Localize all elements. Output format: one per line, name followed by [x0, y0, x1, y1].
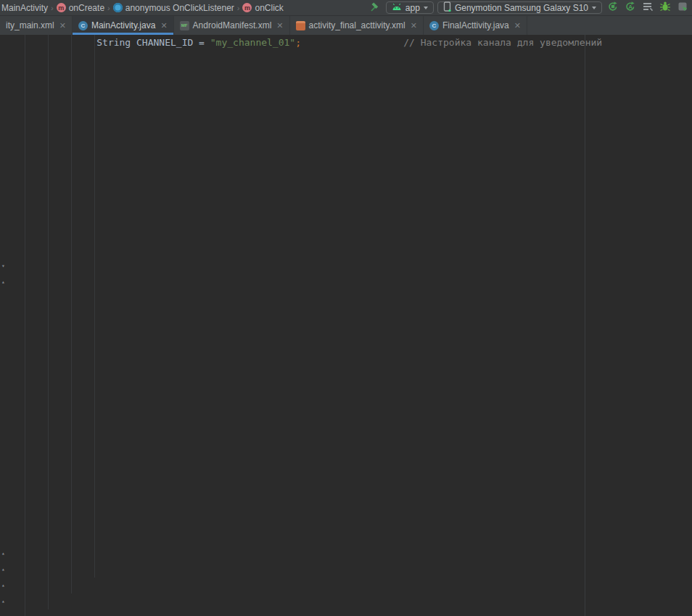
breadcrumb: MainActivity›monCreate›anonymous OnClick… — [1, 3, 284, 13]
breadcrumb-label: anonymous OnClickListener — [125, 3, 234, 13]
method-icon: m — [242, 3, 252, 12]
breadcrumb-label: MainActivity — [1, 3, 48, 13]
fold-marker[interactable]: ▴ — [0, 279, 7, 286]
breadcrumb-label: onCreate — [69, 3, 104, 13]
device-label: Genymotion Samsung Galaxy S10 — [455, 3, 588, 13]
device-select[interactable]: Genymotion Samsung Galaxy S10 — [437, 1, 602, 14]
ide-window: MainActivity›monCreate›anonymous OnClick… — [0, 0, 692, 616]
hammer-icon — [369, 1, 381, 15]
apply-code-changes-icon: A — [625, 1, 636, 15]
editor-tab-bar: ity_main.xml✕CMainActivity.java✕MFAndroi… — [0, 16, 692, 35]
fold-marker[interactable]: ▾ — [0, 263, 7, 270]
profiler-icon — [677, 1, 688, 15]
run-with-coverage-button[interactable] — [640, 1, 654, 15]
fold-marker[interactable]: ▴ — [0, 598, 7, 605]
coverage-icon — [642, 1, 654, 15]
code-editor[interactable]: String CHANNEL_ID = "my_channel_01"; // … — [0, 35, 692, 616]
manifest-file-icon: MF — [180, 21, 189, 30]
restart-activity-icon — [607, 1, 619, 15]
profiler-button[interactable] — [675, 1, 689, 15]
build-button[interactable] — [368, 1, 382, 15]
svg-text:A: A — [628, 4, 633, 10]
class-file-icon: C — [78, 21, 88, 30]
run-configuration-label: app — [405, 3, 420, 13]
tab-label: FinalActtivity.java — [442, 20, 509, 30]
indent-guide — [71, 35, 72, 594]
breadcrumb-item[interactable]: monClick — [242, 3, 283, 13]
debug-button[interactable] — [658, 1, 672, 15]
breadcrumb-item[interactable]: anonymous OnClickListener — [113, 3, 234, 13]
close-icon[interactable]: ✕ — [160, 21, 167, 30]
android-icon — [392, 3, 402, 13]
code-line[interactable] — [301, 37, 307, 48]
right-margin-guide — [585, 35, 585, 616]
phone-icon — [443, 1, 451, 14]
code-line[interactable]: NotificationChannel mChannel = new Notif… — [602, 37, 692, 48]
code-line[interactable]: // Настройка канала для уведомлений — [307, 37, 602, 48]
indent-guide — [48, 35, 49, 609]
breadcrumb-label: onClick — [255, 3, 283, 13]
run-configuration-select[interactable]: app — [386, 1, 434, 14]
tab-ity-main-xml[interactable]: ity_main.xml✕ — [0, 16, 73, 35]
method-icon: m — [57, 3, 66, 12]
anonymous-class-icon — [113, 3, 123, 12]
fold-marker[interactable]: ▴ — [0, 566, 7, 573]
run-toolbar: app Genymotion Samsung Galaxy S10 — [368, 1, 689, 15]
apply-code-changes-button[interactable]: A — [623, 1, 637, 15]
tab-label: AndroidManifest.xml — [193, 20, 272, 30]
tab-label: ity_main.xml — [6, 20, 54, 30]
tab-label: MainActivity.java — [91, 20, 155, 30]
tab-activity-final-acttivity-xml[interactable]: activity_final_acttivity.xml✕ — [290, 16, 424, 35]
close-icon[interactable]: ✕ — [276, 21, 283, 30]
fold-marker[interactable]: ▴ — [0, 582, 7, 589]
tab-label: activity_final_acttivity.xml — [309, 20, 405, 30]
breadcrumb-separator: › — [51, 4, 54, 12]
navigation-toolbar: MainActivity›monCreate›anonymous OnClick… — [0, 0, 692, 16]
chevron-down-icon — [592, 7, 596, 9]
layout-file-icon — [296, 21, 305, 30]
close-icon[interactable]: ✕ — [59, 21, 66, 30]
close-icon[interactable]: ✕ — [411, 21, 417, 30]
tab-finalacttivity-java[interactable]: CFinalActtivity.java✕ — [424, 16, 527, 35]
apply-changes-restart-button[interactable] — [606, 1, 619, 15]
indent-guide — [25, 35, 25, 616]
code-line[interactable]: String CHANNEL_ID = "my_channel_01"; — [0, 37, 301, 48]
breadcrumb-separator: › — [107, 4, 110, 12]
indent-guide — [94, 35, 95, 578]
tab-mainactivity-java[interactable]: CMainActivity.java✕ — [73, 16, 174, 35]
code-area: String CHANNEL_ID = "my_channel_01"; // … — [0, 35, 692, 51]
tab-androidmanifest-xml[interactable]: MFAndroidManifest.xml✕ — [174, 16, 290, 35]
breadcrumb-separator: › — [237, 4, 240, 12]
close-icon[interactable]: ✕ — [514, 21, 521, 30]
breadcrumb-item[interactable]: monCreate — [57, 3, 104, 13]
chevron-down-icon — [424, 7, 428, 9]
fold-marker[interactable]: ▴ — [0, 550, 7, 557]
bug-icon — [659, 1, 671, 15]
class-file-icon: C — [429, 21, 439, 30]
breadcrumb-item[interactable]: MainActivity — [1, 3, 48, 13]
